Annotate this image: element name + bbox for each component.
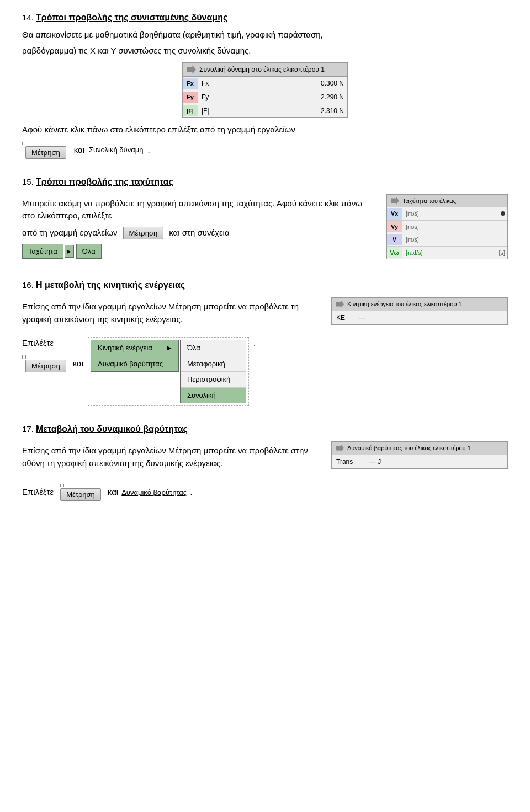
tick1 — [22, 142, 23, 145]
ke-panel-row: KE --- — [332, 311, 507, 324]
vel-row-vx: Vx [m/s] — [387, 207, 507, 221]
force-value-fy: 2.290 N — [220, 91, 347, 103]
ke-value: --- — [358, 313, 503, 323]
force-label-fi: |F| — [183, 105, 198, 117]
ke-menu: Κινητική ενέργεια Δυναμικό βαρύτητας — [91, 340, 179, 372]
epilexte-label-16: Επιλέξτε — [22, 337, 54, 350]
force-row-fx: Fx Fx 0.300 N — [183, 77, 347, 90]
sec15-layout: Μπορείτε ακόμη να προβάλετε τη γραφική α… — [22, 194, 508, 263]
dyn-arrow-icon — [336, 444, 344, 452]
section-17: 17. Μεταβολή του δυναμικού βαρύτητας Επί… — [22, 423, 508, 501]
vel-unit-vy: [m/s] — [402, 221, 507, 233]
force-panel: Συνολική δύναμη στο έλικας ελικοπτέρου 1… — [182, 62, 348, 118]
tick-17c — [63, 484, 64, 487]
vel-arrow-icon — [391, 197, 399, 205]
section-14: 14. Τρόποι προβολής της συνισταμένης δύν… — [22, 11, 508, 159]
ke-dropdown-area: Κινητική ενέργεια Δυναμικό βαρύτητας Όλα… — [88, 337, 249, 406]
toolbar-speed-item[interactable]: Ταχύτητα — [22, 244, 63, 259]
ke-menu-wrapper: Κινητική ενέργεια Δυναμικό βαρύτητας Όλα… — [91, 340, 246, 403]
vel-label-vw: Vω — [387, 247, 402, 259]
section-15: 15. Τρόποι προβολής της ταχύτητας Μπορεί… — [22, 175, 508, 263]
ke-name: KE — [336, 313, 358, 323]
ke-menu-area: Επιλέξτε Μέτρηση και Κινητική ενέργεια — [22, 337, 508, 406]
epilexte-row-17: Επιλέξτε Μέτρηση και Δυναμικό βαρύτητας … — [22, 484, 508, 501]
section-16-header: 16. Η μεταβολή της κινητικής ενέργειας — [22, 279, 508, 292]
section-14-after-text: Αφού κάνετε κλικ πάνω στο ελικόπτερο επι… — [22, 124, 508, 136]
section-15-header: 15. Τρόποι προβολής της ταχύτητας — [22, 175, 508, 189]
sec16-desc: Επίσης από την ίδια γραμμή εργαλείων Μέτ… — [22, 301, 320, 325]
synoliki-text: Συνολική δύναμη — [89, 145, 143, 156]
metrhsh-button-16[interactable]: Μέτρηση — [25, 360, 66, 372]
dyn-panel-title-text: Δυναμικό βαρύτητας του έλικας ελικοπτέρο… — [347, 444, 471, 453]
ke-panel: Κινητική ενέργεια του έλικας ελικοπτέρου… — [331, 297, 508, 325]
tick-b — [25, 355, 26, 359]
vel-row-vm: V [m/s] — [387, 233, 507, 247]
section-16: 16. Η μεταβολή της κινητικής ενέργειας Ε… — [22, 279, 508, 406]
epilexte-wrapper: Επιλέξτε Μέτρηση και — [22, 337, 83, 372]
metrhsh-button-15[interactable]: Μέτρηση — [123, 227, 164, 239]
force-panel-title: Συνολική δύναμη στο έλικας ελικοπτέρου 1 — [183, 63, 347, 77]
force-panel-title-text: Συνολική δύναμη στο έλικας ελικοπτέρου 1 — [199, 65, 325, 74]
section-14-number: 14. — [22, 13, 34, 22]
sec15-desc: Μπορείτε ακόμη να προβάλετε τη γραφική α… — [22, 197, 375, 222]
sec17-right: Δυναμικό βαρύτητας του έλικας ελικοπτέρο… — [331, 441, 508, 473]
sec15-button-row: από τη γραμμή εργαλείων Μέτρηση και στη … — [22, 227, 375, 239]
tick-marks-16 — [22, 355, 29, 359]
epilexte-label-17: Επιλέξτε — [22, 486, 54, 499]
vel-label-vy: Vy — [387, 221, 402, 233]
ke-submenu: Όλα Μεταφορική Περιστροφική Συνολική — [180, 340, 246, 403]
metrhsh-button-14[interactable]: Μέτρηση — [25, 146, 66, 159]
dyn-panel: Δυναμικό βαρύτητας του έλικας ελικοπτέρο… — [331, 441, 508, 469]
ke-panel-title: Κινητική ενέργεια του έλικας ελικοπτέρου… — [332, 298, 507, 311]
section-17-title: Μεταβολή του δυναμικού βαρύτητας — [36, 424, 188, 434]
ke-sub-ola[interactable]: Όλα — [181, 340, 246, 356]
vel-unit-vx: [m/s] — [402, 208, 499, 220]
velocity-panel-title-text: Ταχύτητα του έλικας — [402, 196, 456, 206]
section-14-header: 14. Τρόποι προβολής της συνισταμένης δύν… — [22, 11, 508, 24]
metrhsh-button-17[interactable]: Μέτρηση — [60, 488, 101, 501]
toolbar-ola-item[interactable]: Όλα — [76, 244, 102, 259]
toolbar-speed-arrow[interactable]: ▶ — [65, 245, 74, 258]
ke-arrow-icon — [336, 300, 344, 308]
force-value-fx: 0.300 N — [220, 77, 347, 89]
vel-row-vw: Vω [rad/s] [s] — [387, 247, 507, 259]
section-17-header: 17. Μεταβολή του δυναμικού βαρύτητας — [22, 423, 508, 436]
metrhsh-button-wrapper-14[interactable]: Μέτρηση — [22, 142, 70, 159]
vel-dot-vx — [501, 211, 505, 216]
velocity-panel-title: Ταχύτητα του έλικας — [387, 195, 507, 208]
section-17-number: 17. — [22, 424, 34, 434]
section-14-desc1: Θα απεικονίσετε με μαθηματικά βοηθήματα … — [22, 29, 508, 41]
ke-menu-dynamic[interactable]: Δυναμικό βαρύτητας — [91, 356, 178, 372]
force-name-fy: Fy — [198, 91, 220, 103]
sec16-left: Επίσης από την ίδια γραμμή εργαλείων Μέτ… — [22, 297, 320, 329]
ticks-above-btn-16: Μέτρηση — [22, 355, 70, 372]
period-14: . — [147, 144, 150, 157]
dyn-value: --- J — [369, 457, 503, 467]
force-row-fi: |F| |F| 2.310 N — [183, 104, 347, 117]
sec17-desc: Επίσης από την ίδια γραμμή εργαλείων Μέτ… — [22, 445, 320, 469]
tick-17a — [57, 484, 57, 487]
section-16-number: 16. — [22, 280, 34, 290]
section-15-number: 15. — [22, 177, 34, 186]
ke-sub-synoliki[interactable]: Συνολική — [181, 388, 246, 403]
force-label-fx: Fx — [183, 78, 198, 89]
vel-label-vm: V — [387, 234, 402, 245]
sec17-layout: Επίσης από την ίδια γραμμή εργαλείων Μέτ… — [22, 441, 508, 473]
section-14-title: Τρόποι προβολής της συνισταμένης δύναμης — [36, 13, 227, 22]
ke-sub-metaphoriki[interactable]: Μεταφορική — [181, 356, 246, 372]
sec16-right: Κινητική ενέργεια του έλικας ελικοπτέρου… — [331, 297, 508, 329]
and-text-17: και — [108, 486, 118, 499]
dyn-text-17: Δυναμικό βαρύτητας — [121, 487, 187, 498]
from-toolbar-text: από τη γραμμή εργαλείων — [22, 227, 118, 239]
ke-menu-kinetic[interactable]: Κινητική ενέργεια — [91, 340, 178, 356]
ke-sub-peristrofiki[interactable]: Περιστροφική — [181, 372, 246, 387]
toolbar-speed: Ταχύτητα ▶ Όλα — [22, 244, 375, 259]
section-14-button-row: Μέτρηση και Συνολική δύναμη . — [22, 142, 508, 159]
force-name-fi: |F| — [198, 105, 220, 117]
section-16-title: Η μεταβολή της κινητικής ενέργειας — [36, 280, 185, 290]
tick-c — [29, 355, 29, 359]
period-17: . — [190, 486, 192, 499]
vel-row-vy: Vy [m/s] — [387, 221, 507, 234]
force-row-fy: Fy Fy 2.290 N — [183, 90, 347, 104]
dyn-panel-title: Δυναμικό βαρύτητας του έλικας ελικοπτέρο… — [332, 442, 507, 455]
